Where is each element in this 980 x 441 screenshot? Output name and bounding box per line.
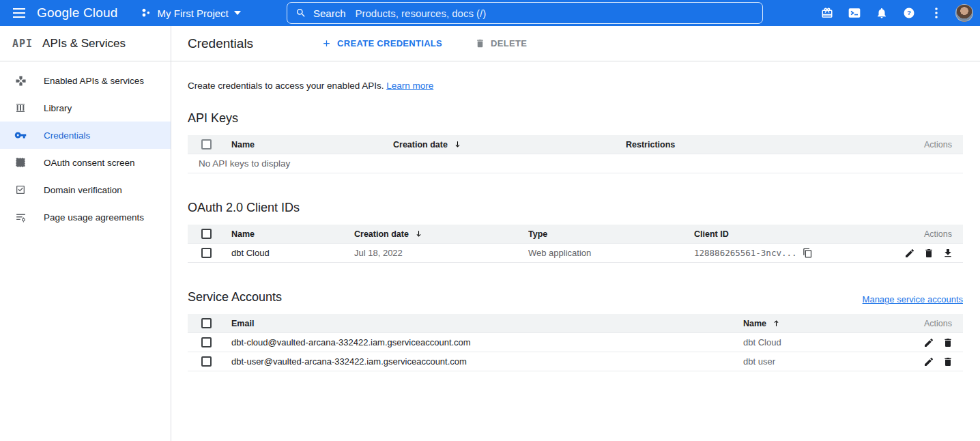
delete-label: DELETE xyxy=(491,38,527,48)
sort-descending-icon xyxy=(453,140,462,149)
sidebar-header: API APIs & Services xyxy=(0,26,171,61)
row-checkbox[interactable] xyxy=(201,337,212,347)
svg-text:?: ? xyxy=(907,9,911,16)
learn-more-link[interactable]: Learn more xyxy=(386,81,433,91)
sidebar-item-credentials[interactable]: Credentials xyxy=(0,122,171,149)
menu-icon[interactable] xyxy=(5,0,33,26)
oauth-table-row: dbt Cloud Jul 18, 2022 Web application 1… xyxy=(188,244,963,263)
api-logo-icon: API xyxy=(12,38,33,50)
sidebar-item-enabled-apis[interactable]: Enabled APIs & services xyxy=(0,67,171,94)
sidebar-item-oauth-consent[interactable]: OAuth consent screen xyxy=(0,149,171,176)
service-account-name: dbt user xyxy=(743,356,881,367)
oauth-section-title: OAuth 2.0 Client IDs xyxy=(188,201,963,215)
chevron-down-icon xyxy=(234,11,241,15)
service-accounts-table: Email Name Actions dbt-cloud@vaulted-arc… xyxy=(188,314,963,371)
plus-icon xyxy=(321,38,332,48)
client-id-value: 128886265561-3ncv... xyxy=(694,248,797,258)
service-account-name: dbt Cloud xyxy=(743,337,881,347)
api-keys-table-header: Name Creation date Restrictions Actions xyxy=(188,135,963,154)
select-all-checkbox[interactable] xyxy=(201,139,212,150)
column-header-name[interactable]: Name xyxy=(743,319,881,328)
sidebar-item-label: Domain verification xyxy=(44,185,122,195)
column-header-type[interactable]: Type xyxy=(528,229,694,239)
column-header-email[interactable]: Email xyxy=(231,319,743,328)
column-header-restrictions[interactable]: Restrictions xyxy=(626,140,881,150)
download-icon[interactable] xyxy=(942,248,953,259)
api-keys-section-title: API Keys xyxy=(188,111,963,126)
column-header-creation-date[interactable]: Creation date xyxy=(393,140,626,150)
key-icon xyxy=(14,128,27,142)
cloud-shell-icon[interactable] xyxy=(844,2,865,24)
creation-date-label: Creation date xyxy=(354,229,409,239)
sidebar-item-label: Page usage agreements xyxy=(44,212,144,223)
edit-icon[interactable] xyxy=(904,248,915,259)
search-icon xyxy=(296,8,306,18)
project-name: My First Project xyxy=(158,8,229,19)
trash-icon xyxy=(475,38,485,48)
service-account-row: dbt-cloud@vaulted-arcana-332422.iam.gser… xyxy=(188,333,963,352)
sidebar-item-domain-verification[interactable]: Domain verification xyxy=(0,176,171,203)
column-header-actions: Actions xyxy=(881,140,963,150)
sidebar-item-label: OAuth consent screen xyxy=(44,158,135,168)
row-checkbox[interactable] xyxy=(201,356,212,367)
column-header-client-id[interactable]: Client ID xyxy=(694,229,881,239)
intro-sentence: Create credentials to access your enable… xyxy=(188,81,386,91)
gift-offers-icon[interactable] xyxy=(816,2,838,24)
create-credentials-label: CREATE CREDENTIALS xyxy=(337,38,442,48)
help-icon[interactable]: ? xyxy=(898,2,920,24)
notifications-bell-icon[interactable] xyxy=(871,2,893,24)
edit-icon[interactable] xyxy=(923,337,934,348)
intro-text: Create credentials to access your enable… xyxy=(188,81,963,91)
api-keys-table: Name Creation date Restrictions Actions … xyxy=(188,135,963,173)
service-accounts-section-title: Service Accounts xyxy=(188,290,282,304)
list-settings-icon xyxy=(14,210,27,224)
creation-date-label: Creation date xyxy=(393,140,448,150)
column-header-actions: Actions xyxy=(881,229,963,239)
sidebar-item-label: Enabled APIs & services xyxy=(44,76,144,86)
project-icon xyxy=(140,7,152,19)
empty-message: No API keys to display xyxy=(188,158,963,169)
delete-icon[interactable] xyxy=(942,356,953,367)
select-all-checkbox[interactable] xyxy=(201,318,212,328)
manage-service-accounts-link[interactable]: Manage service accounts xyxy=(863,294,963,304)
row-checkbox[interactable] xyxy=(201,248,212,258)
sidebar-item-label: Credentials xyxy=(44,130,90,141)
sidebar-item-page-usage-agreements[interactable]: Page usage agreements xyxy=(0,203,171,231)
column-header-creation-date[interactable]: Creation date xyxy=(354,229,528,239)
oauth-client-id-cell: 128886265561-3ncv... xyxy=(694,248,881,258)
check-box-icon xyxy=(14,183,27,197)
search-bar[interactable]: Search xyxy=(287,2,763,24)
page-title: Credentials xyxy=(188,36,253,51)
service-account-row-actions xyxy=(881,337,963,348)
create-credentials-button[interactable]: CREATE CREDENTIALS xyxy=(315,34,449,53)
column-header-actions: Actions xyxy=(881,319,963,328)
user-avatar[interactable] xyxy=(955,4,973,22)
service-account-email[interactable]: dbt-user@vaulted-arcana-332422.iam.gserv… xyxy=(231,356,743,367)
page-header: Credentials CREATE CREDENTIALS DELETE xyxy=(171,26,980,61)
oauth-type: Web application xyxy=(528,248,694,258)
column-header-name[interactable]: Name xyxy=(231,140,393,150)
logo-text: Google Cloud xyxy=(37,5,118,20)
copy-icon[interactable] xyxy=(803,248,813,258)
service-account-email[interactable]: dbt-cloud@vaulted-arcana-332422.iam.gser… xyxy=(231,337,743,347)
edit-icon[interactable] xyxy=(923,356,934,367)
more-options-icon[interactable] xyxy=(925,2,947,24)
sidebar-item-library[interactable]: Library xyxy=(0,94,171,122)
sidebar-title: APIs & Services xyxy=(42,37,126,51)
service-account-row: dbt-user@vaulted-arcana-332422.iam.gserv… xyxy=(188,352,963,371)
api-keys-empty-row: No API keys to display xyxy=(188,154,963,173)
delete-icon[interactable] xyxy=(942,337,953,348)
select-all-checkbox[interactable] xyxy=(201,229,212,239)
column-header-name[interactable]: Name xyxy=(231,229,354,239)
sidebar: API APIs & Services Enabled APIs & servi… xyxy=(0,26,171,441)
delete-button[interactable]: DELETE xyxy=(468,34,534,53)
oauth-table-header: Name Creation date Type Client ID Action… xyxy=(188,225,963,244)
sort-ascending-icon xyxy=(772,319,781,328)
project-switcher[interactable]: My First Project xyxy=(140,7,241,19)
search-input[interactable] xyxy=(356,8,754,19)
delete-icon[interactable] xyxy=(923,248,934,259)
oauth-table: Name Creation date Type Client ID Action… xyxy=(188,225,963,263)
oauth-client-name[interactable]: dbt Cloud xyxy=(231,248,354,258)
google-cloud-logo[interactable]: Google Cloud xyxy=(37,5,118,20)
sidebar-item-label: Library xyxy=(44,103,72,113)
